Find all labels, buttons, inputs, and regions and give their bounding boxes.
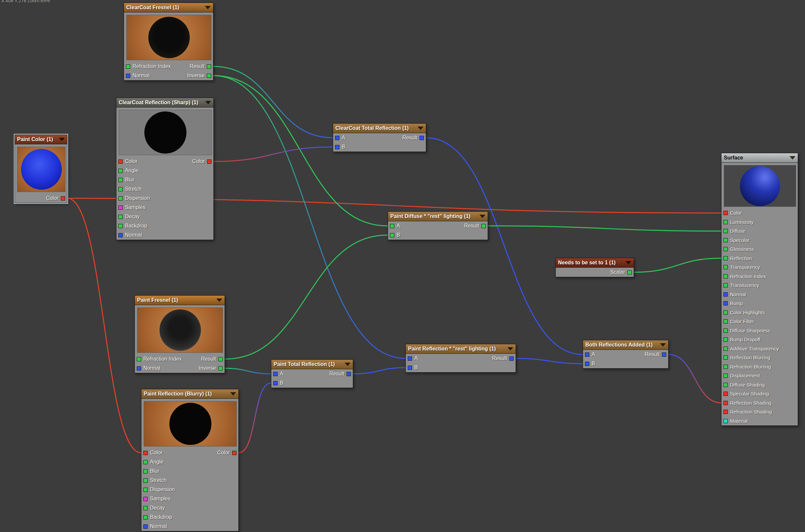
- output-port-result[interactable]: [207, 64, 211, 69]
- node-titlebar[interactable]: Paint Reflection (Blurry) (1): [141, 389, 238, 399]
- input-port-decay[interactable]: [118, 215, 123, 219]
- node-surface[interactable]: SurfaceColorLuminosityDiffuseSpecularGlo…: [721, 153, 798, 426]
- input-port-b[interactable]: [390, 233, 394, 238]
- node-clearcoat-total-reflection[interactable]: ClearCoat Total Reflection (1)AResultB: [333, 123, 426, 152]
- node-titlebar[interactable]: Paint Color (1): [15, 135, 67, 144]
- input-port-samples[interactable]: [118, 206, 123, 210]
- node-needs-set-1[interactable]: Needs to be set to 1 (1)Scalar: [555, 258, 634, 277]
- node-titlebar[interactable]: Needs to be set to 1 (1): [556, 258, 634, 268]
- input-port-normal[interactable]: [143, 525, 148, 529]
- input-port-diffuse[interactable]: [724, 229, 728, 233]
- input-port-reflection-shading[interactable]: [724, 401, 728, 405]
- wire-clearcoat-fresnel-result-to-clearcoat-total-reflection-a[interactable]: [213, 66, 333, 138]
- node-titlebar[interactable]: Both Reflections Added (1): [583, 340, 668, 350]
- input-port-refraction-index[interactable]: [724, 274, 728, 279]
- input-port-additive-transparency[interactable]: [724, 346, 728, 351]
- input-port-decay[interactable]: [143, 506, 148, 510]
- chevron-down-icon[interactable]: [479, 215, 485, 218]
- input-port-bump-dropoff[interactable]: [724, 337, 728, 342]
- node-titlebar[interactable]: ClearCoat Fresnel (1): [124, 3, 213, 13]
- chevron-down-icon[interactable]: [59, 138, 65, 141]
- wire-paint-diffuse-rest-result-to-surface-diffuse[interactable]: [488, 226, 721, 231]
- input-port-displacement[interactable]: [724, 374, 728, 378]
- output-port-result[interactable]: [347, 372, 351, 376]
- input-port-blur[interactable]: [118, 178, 123, 182]
- input-port-specular-shading[interactable]: [724, 392, 728, 396]
- input-port-color[interactable]: [724, 211, 728, 215]
- input-port-a[interactable]: [390, 224, 394, 228]
- output-port-scalar[interactable]: [628, 270, 632, 274]
- input-port-b[interactable]: [408, 366, 412, 370]
- chevron-down-icon[interactable]: [216, 299, 222, 302]
- input-port-color[interactable]: [118, 159, 123, 164]
- output-port-color[interactable]: [232, 451, 236, 455]
- chevron-down-icon[interactable]: [660, 343, 666, 346]
- output-port-color[interactable]: [207, 159, 211, 164]
- node-titlebar[interactable]: Surface: [722, 153, 798, 163]
- node-clearcoat-fresnel[interactable]: ClearCoat Fresnel (1)Refraction IndexRes…: [123, 3, 213, 80]
- chevron-down-icon[interactable]: [418, 127, 424, 130]
- node-clearcoat-reflection-sharp[interactable]: ClearCoat Reflection (Sharp) (1)ColorCol…: [116, 98, 214, 240]
- node-titlebar[interactable]: Paint Total Reflection (1): [271, 360, 353, 369]
- output-port-color[interactable]: [61, 196, 65, 201]
- input-port-normal[interactable]: [724, 292, 728, 297]
- output-port-result[interactable]: [218, 357, 223, 361]
- node-paint-color[interactable]: Paint Color (1)Color: [15, 134, 68, 203]
- chevron-down-icon[interactable]: [230, 392, 236, 396]
- input-port-color-highlights[interactable]: [724, 310, 728, 315]
- input-port-color-filter[interactable]: [724, 319, 728, 324]
- output-port-result[interactable]: [510, 357, 514, 361]
- input-port-glossiness[interactable]: [724, 247, 728, 251]
- input-port-luminosity[interactable]: [724, 220, 728, 224]
- input-port-bump[interactable]: [724, 301, 728, 305]
- input-port-refraction-shading[interactable]: [724, 410, 728, 414]
- wire-paint-total-reflection-result-to-paint-reflection-rest-b[interactable]: [353, 367, 405, 374]
- node-titlebar[interactable]: Paint Reflection * "rest" lighting (1): [406, 344, 516, 354]
- input-port-refraction-blurring[interactable]: [724, 365, 728, 369]
- wire-paint-fresnel-inverse-to-paint-total-reflection-a[interactable]: [225, 368, 271, 374]
- input-port-color[interactable]: [143, 451, 148, 455]
- input-port-angle[interactable]: [118, 169, 123, 173]
- wire-clearcoat-fresnel-inverse-to-paint-reflection-rest-a[interactable]: [213, 76, 405, 358]
- node-both-reflections-added[interactable]: Both Reflections Added (1)AResultB: [583, 340, 669, 368]
- node-editor-canvas[interactable]: X:408 Y:276 Zoom:65% ClearCoat Fresnel (…: [0, 0, 805, 532]
- node-paint-diffuse-rest[interactable]: Paint Diffuse * "rest" lighting (1)AResu…: [388, 211, 488, 240]
- input-port-a[interactable]: [408, 357, 412, 361]
- node-titlebar[interactable]: Paint Fresnel (1): [135, 296, 225, 305]
- output-port-result[interactable]: [662, 353, 666, 357]
- output-port-inverse[interactable]: [207, 74, 211, 78]
- input-port-backdrop[interactable]: [118, 224, 123, 228]
- input-port-normal[interactable]: [126, 74, 130, 78]
- chevron-down-icon[interactable]: [205, 101, 211, 104]
- input-port-a[interactable]: [585, 353, 589, 357]
- node-titlebar[interactable]: ClearCoat Total Reflection (1): [333, 124, 426, 133]
- input-port-material[interactable]: [724, 419, 728, 423]
- input-port-b[interactable]: [273, 381, 277, 385]
- input-port-reflection-blurring[interactable]: [724, 356, 728, 360]
- wire-both-reflections-added-result-to-surface-reflection-shading[interactable]: [669, 355, 721, 403]
- wire-clearcoat-reflection-sharp-color-to-clearcoat-total-reflection-b[interactable]: [214, 147, 333, 162]
- input-port-reflection[interactable]: [724, 256, 728, 261]
- chevron-down-icon[interactable]: [507, 347, 513, 350]
- input-port-stretch[interactable]: [118, 187, 123, 191]
- node-paint-reflection-blurry[interactable]: Paint Reflection (Blurry) (1)ColorColorA…: [141, 389, 239, 531]
- wire-paint-reflection-blurry-color-to-paint-total-reflection-b[interactable]: [239, 383, 271, 453]
- input-port-refraction-index[interactable]: [137, 357, 141, 361]
- wire-needs-set-1-scalar-to-surface-reflection[interactable]: [634, 258, 721, 272]
- node-titlebar[interactable]: ClearCoat Reflection (Sharp) (1): [116, 98, 213, 108]
- input-port-samples[interactable]: [143, 497, 148, 501]
- input-port-transparency[interactable]: [724, 265, 728, 269]
- input-port-blur[interactable]: [143, 469, 148, 474]
- input-port-normal[interactable]: [118, 233, 123, 238]
- output-port-result[interactable]: [420, 136, 424, 140]
- wire-clearcoat-total-reflection-result-to-both-reflections-added-a[interactable]: [426, 138, 583, 355]
- input-port-specular[interactable]: [724, 238, 728, 242]
- chevron-down-icon[interactable]: [345, 363, 350, 366]
- wire-paint-reflection-rest-result-to-both-reflections-added-b[interactable]: [516, 358, 583, 364]
- input-port-a[interactable]: [335, 136, 339, 140]
- input-port-a[interactable]: [273, 372, 277, 376]
- input-port-normal[interactable]: [137, 366, 141, 370]
- input-port-b[interactable]: [335, 145, 339, 149]
- node-titlebar[interactable]: Paint Diffuse * "rest" lighting (1): [388, 212, 488, 221]
- input-port-dispersion[interactable]: [143, 488, 148, 492]
